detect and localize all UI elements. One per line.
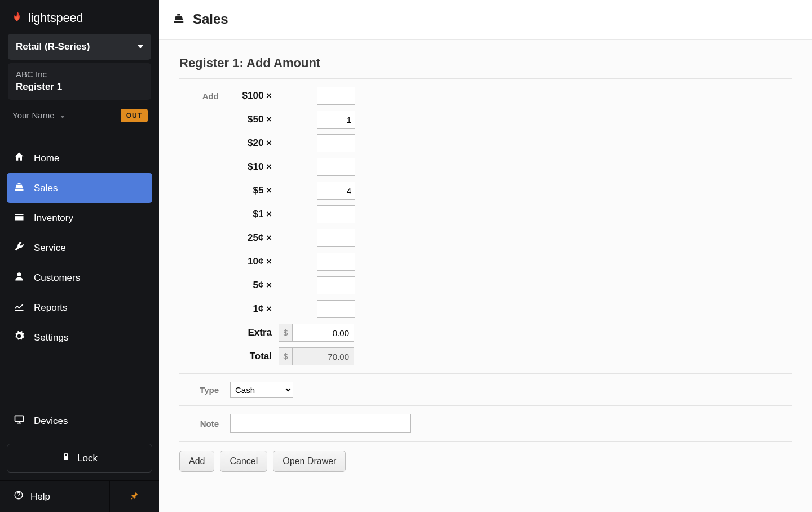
- denomination-label: $10 ×: [230, 161, 276, 173]
- cancel-button[interactable]: Cancel: [220, 451, 267, 472]
- denomination-input[interactable]: [317, 87, 355, 105]
- page-title: Sales: [193, 11, 228, 27]
- denomination-input[interactable]: [317, 182, 355, 200]
- brand-name: lightspeed: [28, 11, 83, 25]
- nav-devices[interactable]: Devices: [7, 406, 152, 436]
- nav-label: Home: [34, 153, 59, 164]
- lock-icon: [61, 452, 70, 464]
- nav-customers[interactable]: Customers: [7, 263, 152, 293]
- denomination-input[interactable]: [317, 134, 355, 152]
- extra-label: Extra: [230, 327, 276, 338]
- user-row: Your Name OUT: [0, 100, 159, 133]
- register-info[interactable]: ABC Inc Register 1: [8, 63, 151, 100]
- denomination-row: $50 ×: [179, 111, 792, 129]
- add-button[interactable]: Add: [179, 451, 214, 472]
- nav-home[interactable]: Home: [7, 143, 152, 173]
- add-label: Add: [179, 91, 230, 101]
- denomination-input[interactable]: [317, 229, 355, 247]
- denomination-input[interactable]: [317, 253, 355, 271]
- denomination-rows: Add$100 ×$50 ×$20 ×$10 ×$5 ×$1 ×25¢ ×10¢…: [179, 87, 792, 318]
- main: Sales Register 1: Add Amount Add$100 ×$5…: [159, 0, 812, 512]
- wrench-icon: [14, 241, 25, 255]
- denomination-row: 5¢ ×: [179, 276, 792, 294]
- note-input[interactable]: [230, 414, 411, 433]
- denomination-label: $5 ×: [230, 185, 276, 196]
- main-body: Register 1: Add Amount Add$100 ×$50 ×$20…: [159, 40, 812, 512]
- denomination-row: $1 ×: [179, 205, 792, 223]
- nav-label: Reports: [34, 302, 68, 314]
- monitor-icon: [14, 414, 25, 428]
- nav-label: Service: [34, 242, 66, 254]
- sidebar: lightspeed Retail (R-Series) ABC Inc Reg…: [0, 0, 159, 512]
- button-row: Add Cancel Open Drawer: [179, 451, 792, 472]
- chevron-down-icon: [60, 116, 65, 118]
- denomination-input[interactable]: [317, 205, 355, 223]
- svg-rect-1: [15, 216, 24, 220]
- divider: [179, 373, 792, 374]
- lock-label: Lock: [77, 453, 98, 464]
- bottom-bar: Help: [0, 480, 159, 512]
- lock-button[interactable]: Lock: [7, 444, 152, 473]
- denomination-label: 25¢ ×: [230, 232, 276, 244]
- help-icon: [14, 490, 24, 503]
- denomination-row: $10 ×: [179, 158, 792, 176]
- nav-settings[interactable]: Settings: [7, 323, 152, 352]
- denomination-row: $20 ×: [179, 134, 792, 152]
- type-select[interactable]: Cash: [230, 382, 293, 398]
- total-output: [292, 347, 354, 365]
- user-name: Your Name: [12, 111, 55, 120]
- register-name: Register 1: [16, 81, 143, 92]
- home-icon: [14, 151, 25, 165]
- denomination-row: Add$100 ×: [179, 87, 792, 105]
- denomination-label: $50 ×: [230, 114, 276, 125]
- nav-label: Inventory: [34, 213, 73, 224]
- type-label: Type: [179, 385, 230, 395]
- total-label: Total: [230, 351, 276, 362]
- denomination-input[interactable]: [317, 111, 355, 129]
- nav: Home Sales Inventory Service Customers R…: [0, 133, 159, 354]
- currency-symbol: $: [279, 324, 292, 342]
- denomination-input[interactable]: [317, 300, 355, 318]
- chevron-down-icon: [138, 45, 143, 48]
- nav-service[interactable]: Service: [7, 233, 152, 263]
- series-selector[interactable]: Retail (R-Series): [8, 34, 151, 60]
- help-button[interactable]: Help: [0, 490, 109, 503]
- gear-icon: [14, 330, 25, 345]
- chart-icon: [14, 301, 25, 315]
- divider: [179, 405, 792, 406]
- series-label: Retail (R-Series): [16, 41, 90, 52]
- type-row: Type Cash: [179, 382, 792, 398]
- denomination-row: 25¢ ×: [179, 229, 792, 247]
- note-label: Note: [179, 419, 230, 429]
- open-drawer-button[interactable]: Open Drawer: [273, 451, 346, 472]
- divider: [179, 78, 792, 79]
- denomination-label: 10¢ ×: [230, 256, 276, 267]
- user-menu[interactable]: Your Name: [12, 111, 65, 121]
- divider: [179, 441, 792, 442]
- nav-sales[interactable]: Sales: [7, 173, 152, 203]
- denomination-label: 5¢ ×: [230, 280, 276, 291]
- denomination-row: 10¢ ×: [179, 253, 792, 271]
- svg-rect-3: [15, 416, 24, 421]
- denomination-row: $5 ×: [179, 182, 792, 200]
- denomination-label: $1 ×: [230, 209, 276, 220]
- pin-button[interactable]: [109, 481, 159, 512]
- pin-icon: [130, 491, 139, 502]
- svg-rect-0: [15, 214, 24, 215]
- flame-icon: [10, 10, 24, 26]
- currency-symbol: $: [279, 347, 292, 365]
- nav-label: Customers: [34, 272, 80, 284]
- extra-input[interactable]: [292, 324, 354, 342]
- nav-label: Settings: [34, 332, 68, 343]
- denomination-label: $100 ×: [230, 90, 276, 101]
- denomination-input[interactable]: [317, 158, 355, 176]
- brand-logo: lightspeed: [0, 0, 159, 34]
- extra-row: Extra $: [179, 324, 792, 342]
- nav-reports[interactable]: Reports: [7, 293, 152, 323]
- nav-label: Devices: [34, 416, 68, 427]
- nav-inventory[interactable]: Inventory: [7, 203, 152, 233]
- denomination-input[interactable]: [317, 276, 355, 294]
- out-badge[interactable]: OUT: [121, 109, 148, 122]
- register-icon: [173, 12, 185, 27]
- page-header: Sales: [159, 0, 812, 40]
